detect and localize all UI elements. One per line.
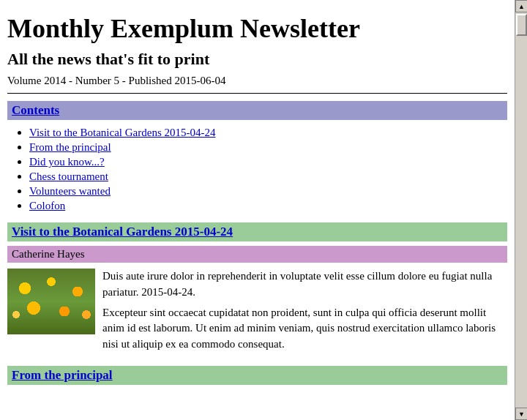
newsletter-tagline: All the news that's fit to print [7, 50, 507, 69]
list-item: Chess tournament [29, 170, 507, 183]
scrollbar-thumb[interactable] [516, 14, 527, 36]
botanical-section-link[interactable]: Visit to the Botanical Gardens 2015-04-2… [12, 225, 233, 239]
list-item: Visit to the Botanical Gardens 2015-04-2… [29, 126, 507, 139]
volume-info: Volume 2014 - Number 5 - Published 2015-… [7, 75, 507, 87]
contents-item-didyouknow[interactable]: Did you know...? [29, 156, 105, 168]
article-content: Duis aute irure dolor in reprehenderit i… [7, 269, 507, 357]
list-item: From the principal [29, 140, 507, 154]
article-image-inner [7, 269, 95, 334]
contents-item-chess[interactable]: Chess tournament [29, 170, 108, 182]
contents-list: Visit to the Botanical Gardens 2015-04-2… [7, 126, 507, 212]
author-bar: Catherine Hayes [7, 246, 507, 263]
divider [7, 93, 507, 94]
contents-link[interactable]: Contents [12, 103, 59, 117]
botanical-section-header: Visit to the Botanical Gardens 2015-04-2… [7, 222, 507, 241]
list-item: Did you know...? [29, 155, 507, 168]
contents-item-principal[interactable]: From the principal [29, 141, 111, 153]
list-item: Volunteers wanted [29, 184, 507, 198]
contents-item-botanical[interactable]: Visit to the Botanical Gardens 2015-04-2… [29, 127, 215, 138]
contents-item-volunteers[interactable]: Volunteers wanted [29, 185, 111, 197]
page-content: Monthly Exemplum Newsletter All the news… [0, 0, 515, 392]
article-image [7, 269, 95, 334]
principal-section-link[interactable]: From the principal [12, 368, 113, 382]
contents-header-bar: Contents [7, 101, 507, 120]
scrollbar-up-button[interactable]: ▲ [515, 0, 527, 12]
contents-item-colofon[interactable]: Colofon [29, 200, 65, 211]
newsletter-title: Monthly Exemplum Newsletter [7, 13, 507, 44]
scrollbar[interactable]: ▲ ▼ [515, 0, 527, 392]
principal-section-header: From the principal [7, 366, 507, 385]
list-item: Colofon [29, 199, 507, 212]
